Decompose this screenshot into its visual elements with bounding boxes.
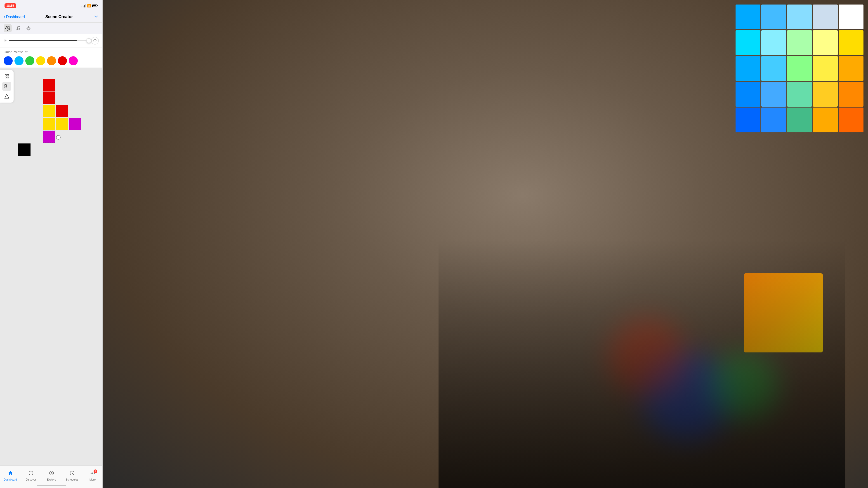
background	[0, 0, 868, 488]
more-icon: 1	[90, 470, 95, 477]
rotation-handle[interactable]: ↻	[56, 135, 61, 140]
svg-point-15	[91, 473, 91, 473]
pixel-block-4	[56, 105, 68, 117]
tab-music[interactable]	[14, 24, 22, 32]
svg-point-12	[50, 471, 54, 475]
palette-edit-icon[interactable]: ✏	[25, 50, 28, 54]
home-icon	[8, 470, 13, 477]
nav-item-more[interactable]: 1 More	[85, 470, 101, 481]
back-label: Dashboard	[6, 15, 25, 19]
svg-point-4	[28, 27, 29, 29]
bottom-navigation: Dashboard Discover Exp	[0, 465, 103, 488]
iphone-frame: 18:58 📶	[0, 0, 103, 488]
canvas-container[interactable]: ↻	[0, 68, 102, 488]
status-icons: 📶	[82, 4, 98, 7]
pixel-block-selected[interactable]	[43, 131, 55, 143]
nav-schedules-label: Schedules	[66, 478, 78, 481]
tab-settings[interactable]	[4, 24, 12, 32]
nanoleaf-panels	[552, 0, 868, 203]
pixel-block-3	[43, 105, 55, 117]
signal-icon	[82, 4, 86, 7]
palette-label: Color Palette	[4, 50, 23, 54]
nav-item-dashboard[interactable]: Dashboard	[2, 470, 18, 481]
svg-point-3	[19, 28, 20, 30]
status-bar: 18:58 📶	[0, 0, 102, 11]
pixel-block-2	[43, 92, 55, 104]
svg-point-16	[92, 473, 93, 473]
color-palette-section: Color Palette ✏	[0, 47, 102, 68]
back-button[interactable]: ‹ Dashboard	[4, 14, 25, 20]
swatch-blue[interactable]	[4, 56, 13, 65]
pixel-block-7	[69, 118, 81, 130]
svg-point-13	[51, 473, 52, 474]
pixel-block-6	[56, 118, 68, 130]
swatch-magenta[interactable]	[69, 56, 78, 65]
navigation-bar: ‹ Dashboard Scene Creator	[0, 11, 102, 23]
nav-item-discover[interactable]: Discover	[23, 470, 39, 481]
save-button[interactable]	[93, 13, 99, 20]
nav-item-explore[interactable]: Explore	[43, 470, 59, 481]
swatch-green[interactable]	[25, 56, 34, 65]
pixel-block-5	[43, 118, 55, 130]
svg-rect-0	[94, 18, 98, 18]
slider-fill	[9, 40, 77, 41]
brightness-control: ☀	[0, 34, 102, 47]
swatch-yellow[interactable]	[36, 56, 45, 65]
explore-icon	[49, 470, 54, 477]
slider-thumb[interactable]	[86, 38, 91, 43]
schedules-icon	[69, 470, 75, 477]
swatch-cyan[interactable]	[14, 56, 24, 65]
left-toolbar	[0, 70, 13, 103]
nav-item-schedules[interactable]: Schedules	[64, 470, 80, 481]
page-title: Scene Creator	[45, 14, 73, 19]
tab-effects[interactable]	[24, 24, 33, 32]
more-badge: 1	[94, 469, 97, 473]
color-swatches	[4, 56, 99, 65]
time-display: 18:58	[4, 3, 16, 8]
battery-icon	[92, 4, 98, 7]
pc-setup	[438, 239, 845, 488]
swatch-red[interactable]	[58, 56, 67, 65]
nav-explore-label: Explore	[47, 478, 56, 481]
wifi-icon: 📶	[87, 4, 91, 7]
svg-point-2	[16, 29, 18, 30]
pixel-block-black	[18, 143, 31, 156]
shape-tool-button[interactable]	[2, 92, 11, 101]
palette-header: Color Palette ✏	[4, 50, 99, 54]
svg-rect-9	[7, 77, 8, 78]
home-indicator	[37, 485, 66, 486]
nav-more-label: More	[90, 478, 96, 481]
nav-discover-label: Discover	[26, 478, 36, 481]
svg-rect-7	[7, 74, 8, 76]
svg-rect-6	[5, 74, 6, 76]
chevron-left-icon: ‹	[4, 14, 5, 20]
svg-marker-10	[5, 94, 9, 98]
discover-icon	[28, 470, 34, 477]
swatch-orange[interactable]	[47, 56, 56, 65]
nav-dashboard-label: Dashboard	[4, 478, 17, 481]
svg-point-1	[7, 28, 8, 29]
brightness-slider[interactable]	[9, 40, 89, 41]
select-tool-button[interactable]	[2, 72, 11, 81]
brush-tool-button[interactable]	[2, 82, 11, 91]
brightness-icon: ☀	[4, 38, 7, 43]
svg-rect-8	[5, 77, 6, 78]
pixel-block-1	[43, 79, 55, 92]
power-button[interactable]	[91, 37, 99, 44]
tool-tabs	[0, 23, 102, 34]
